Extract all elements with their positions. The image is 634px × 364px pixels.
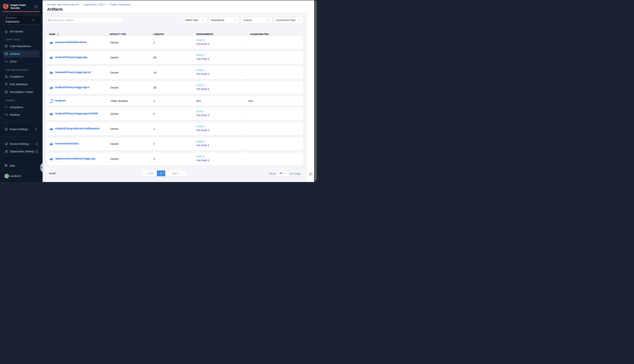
svg-text:YML: YML — [50, 102, 53, 103]
svg-text:?: ? — [6, 164, 6, 166]
